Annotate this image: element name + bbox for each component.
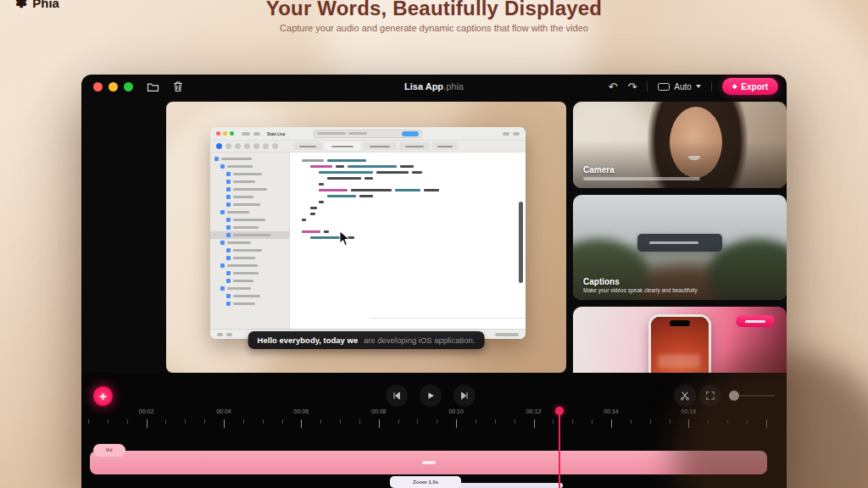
delete-button[interactable] — [173, 80, 183, 92]
ruler-tick — [127, 419, 128, 424]
ide-file-row — [210, 201, 289, 208]
timeline-zoom-slider[interactable] — [731, 395, 775, 396]
minimize-button[interactable] — [108, 82, 118, 92]
ide-toolbar-icon — [503, 132, 509, 136]
ide-file-row — [210, 247, 289, 254]
skip-forward-icon — [459, 391, 470, 401]
ide-code-line — [290, 235, 526, 241]
ide-code-line — [290, 164, 526, 169]
ruler-timecode: 00:16 — [682, 408, 697, 414]
ide-code-line — [290, 217, 526, 223]
ruler-tick — [282, 419, 283, 424]
video-clip-tab[interactable]: Vid — [93, 444, 125, 457]
ruler-timecode: 00:08 — [371, 408, 387, 414]
ruler-tick — [147, 419, 147, 428]
undo-button[interactable]: ↶ — [609, 81, 618, 92]
ruler-timecode: 00:02 — [139, 408, 154, 414]
ide-file-tab — [325, 142, 360, 150]
chevron-down-icon — [696, 85, 701, 88]
fit-screen-icon — [705, 391, 715, 401]
ide-project-name: State Lisa — [267, 131, 271, 136]
ide-file-tab — [293, 142, 322, 150]
export-button[interactable]: ◆ Export — [722, 78, 778, 95]
camera-card[interactable]: Camera — [573, 102, 787, 188]
divider — [711, 81, 712, 92]
page-background: ✽ Phia Your Words, Beautifully Displayed… — [0, 0, 868, 488]
project-title: Lisa App.phia — [404, 81, 464, 92]
editor-main-area: State Lisa — [81, 98, 787, 373]
aspect-ratio-dropdown[interactable]: Auto — [658, 82, 701, 92]
video-preview-canvas[interactable]: State Lisa — [166, 102, 566, 373]
ide-file-tree — [210, 152, 290, 329]
ide-code-line — [290, 175, 526, 181]
ide-code-line — [290, 158, 526, 164]
app-titlebar: Lisa App.phia ↶ ↷ Auto ◆ Export — [81, 75, 787, 98]
ruler-timecode: 00:12 — [526, 408, 542, 414]
play-button[interactable] — [420, 385, 442, 407]
skip-back-button[interactable] — [386, 385, 408, 407]
titlebar-actions: ↶ ↷ Auto ◆ Export — [609, 78, 778, 95]
zoom-slider-knob[interactable] — [729, 391, 739, 401]
aspect-ratio-value: Auto — [674, 82, 692, 92]
scissors-icon — [680, 391, 690, 401]
timeline-ruler[interactable]: 00:0200:0400:0600:0800:1000:1200:1400:16 — [81, 408, 787, 434]
phone-notch — [670, 320, 690, 326]
ide-file-row — [210, 216, 289, 224]
clip-marker — [422, 461, 436, 464]
playhead-line — [559, 413, 560, 488]
ruler-tick — [379, 419, 380, 428]
ide-file-row — [210, 269, 289, 277]
split-clip-button[interactable] — [674, 385, 696, 407]
add-clip-button[interactable]: + — [93, 386, 113, 406]
project-title-main: Lisa App — [404, 81, 443, 92]
fit-timeline-button[interactable] — [699, 385, 721, 407]
ide-file-row — [210, 186, 289, 193]
close-button[interactable] — [93, 82, 103, 92]
ide-progress-chip — [402, 131, 419, 136]
ide-scrollbar — [519, 202, 523, 283]
timeline-panel: + 00:0200:0400:0600:0800:1000:1200:1400:… — [81, 373, 787, 488]
ruler-tick — [515, 419, 515, 424]
feature-cards-sidebar: Camera Captions Make your videos speak c… — [573, 102, 787, 373]
skip-forward-button[interactable] — [453, 385, 476, 407]
ide-code-line — [290, 181, 526, 187]
ruler-tick — [88, 419, 89, 424]
mouse-cursor — [339, 230, 350, 247]
overlay-clip-tab[interactable]: Zoom 1.0s — [390, 476, 461, 488]
ide-file-tab — [363, 142, 397, 150]
ruler-tick — [476, 419, 476, 424]
ide-file-row — [210, 285, 289, 292]
caption-spoken-text: Hello everybody, today we — [258, 336, 359, 345]
ide-divider — [370, 318, 526, 319]
divider — [647, 81, 648, 92]
ide-file-row — [210, 292, 289, 300]
ruler-tick — [553, 419, 554, 424]
recorded-ide-window: State Lisa — [210, 127, 526, 339]
ide-file-row — [210, 254, 289, 262]
camera-card-subtitle — [583, 177, 700, 180]
play-icon — [426, 391, 436, 401]
ide-code-line — [290, 199, 526, 205]
trash-icon — [173, 80, 183, 92]
ide-zoom-dot — [230, 131, 234, 136]
ruler-tick — [727, 419, 728, 424]
camera-card-title: Camera — [583, 165, 615, 175]
ide-file-row — [210, 178, 289, 186]
ruler-tick — [417, 419, 418, 424]
ruler-tick — [204, 419, 205, 424]
page-title: Your Words, Beautifully Displayed — [0, 0, 868, 20]
open-project-button[interactable] — [147, 81, 159, 92]
card-action-button[interactable] — [736, 315, 775, 327]
ide-file-tab — [399, 142, 430, 150]
ide-code-line — [290, 193, 526, 199]
app-window: Lisa App.phia ↶ ↷ Auto ◆ Export — [81, 75, 787, 488]
captions-card[interactable]: Captions Make your videos speak clearly … — [573, 195, 787, 300]
mobile-export-card[interactable] — [573, 307, 787, 373]
caption-overlay[interactable]: Hello everybody, today we are developing… — [248, 331, 485, 349]
ruler-timecode: 00:14 — [604, 408, 619, 414]
zoom-button[interactable] — [124, 82, 133, 92]
video-track-clip[interactable] — [90, 451, 767, 474]
ruler-tick — [108, 419, 108, 424]
redo-button[interactable]: ↷ — [627, 81, 637, 92]
export-button-label: Export — [741, 82, 768, 92]
